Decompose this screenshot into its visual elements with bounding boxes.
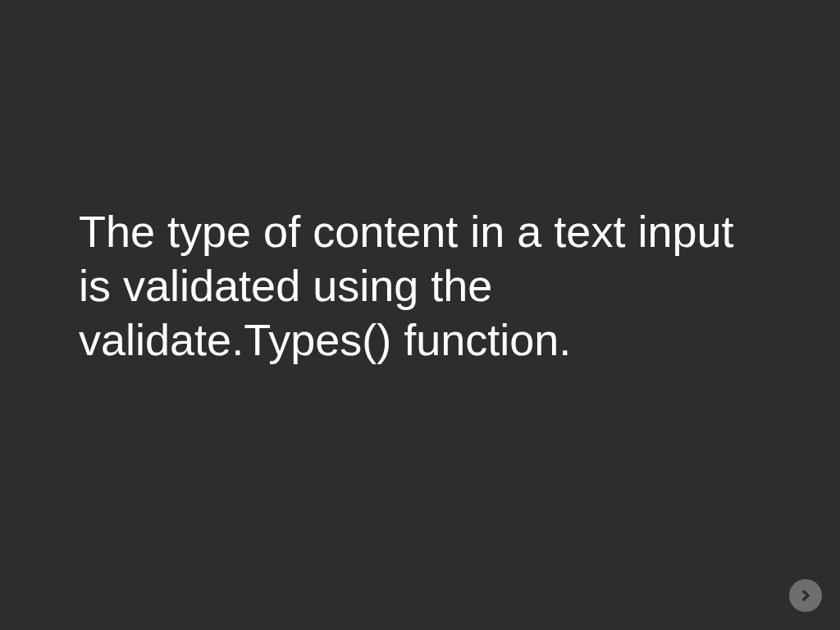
slide: The type of content in a text input is v… — [0, 0, 840, 630]
next-button[interactable] — [789, 579, 822, 612]
arrow-right-icon — [797, 587, 814, 604]
slide-body-text: The type of content in a text input is v… — [79, 205, 758, 368]
svg-point-0 — [798, 588, 813, 603]
